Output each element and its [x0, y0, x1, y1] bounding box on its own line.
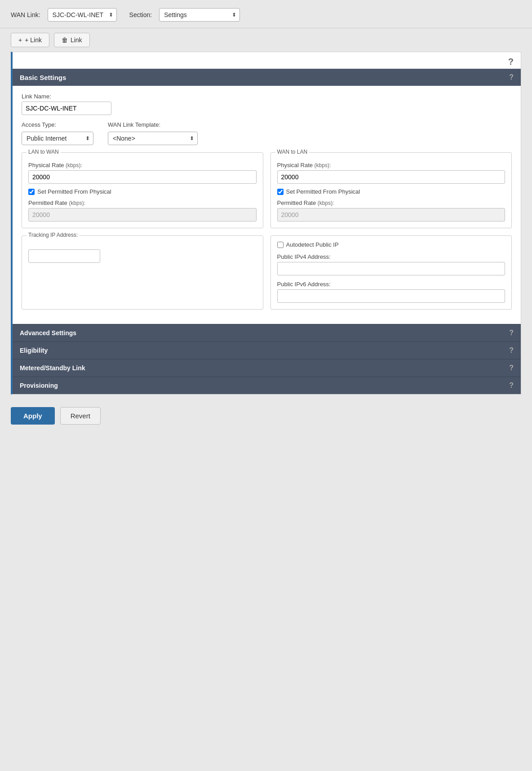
eligibility-help-icon[interactable]: ?	[509, 346, 514, 354]
basic-settings-help-icon[interactable]: ?	[509, 73, 514, 81]
link-name-input[interactable]	[22, 102, 111, 115]
lan-to-wan-box: LAN to WAN Physical Rate (kbps): Set Per…	[22, 152, 263, 228]
basic-settings-form: Link Name: Access Type: Public Internet …	[13, 86, 521, 324]
wan-set-permitted-row: Set Permitted From Physical	[277, 188, 505, 195]
access-type-row: Access Type: Public Internet ⬍ WAN Link …	[22, 121, 512, 145]
section-select[interactable]: Settings	[159, 8, 240, 22]
metered-standby-title: Metered/Standby Link	[20, 364, 85, 372]
lan-permitted-rate-label: Permitted Rate (kbps):	[28, 199, 257, 206]
access-type-select-wrapper: Public Internet ⬍	[22, 132, 93, 145]
public-ipv6-label: Public IPv6 Address:	[277, 281, 505, 288]
advanced-settings-help-icon[interactable]: ?	[509, 329, 514, 337]
wan-permitted-rate-input	[277, 208, 505, 222]
link-name-field: Link Name:	[22, 93, 512, 115]
autodetect-row: Autodetect Public IP	[277, 241, 505, 248]
wan-link-select[interactable]: SJC-DC-WL-INET	[48, 8, 117, 22]
wan-template-col: WAN Link Template: <None> ⬍	[108, 121, 198, 145]
link-name-label: Link Name:	[22, 93, 512, 100]
lan-physical-rate-label: Physical Rate (kbps):	[28, 162, 257, 168]
wan-link-select-wrapper: SJC-DC-WL-INET ⬍	[48, 8, 117, 22]
wan-to-lan-inner: Physical Rate (kbps): Set Permitted From…	[277, 158, 505, 222]
provisioning-header[interactable]: Provisioning ?	[13, 377, 521, 394]
wan-physical-rate-input[interactable]	[277, 170, 505, 184]
wan-set-permitted-checkbox[interactable]	[277, 189, 284, 195]
tracking-ip-inner	[28, 241, 257, 263]
wan-template-select[interactable]: <None>	[108, 132, 198, 145]
access-type-label: Access Type:	[22, 121, 93, 128]
lan-physical-rate-input[interactable]	[28, 170, 257, 184]
basic-settings-header: Basic Settings ?	[13, 69, 521, 86]
plus-icon: +	[18, 36, 22, 44]
revert-button[interactable]: Revert	[60, 407, 101, 425]
public-ipv4-label: Public IPv4 Address:	[277, 253, 505, 260]
public-ip-box: Autodetect Public IP Public IPv4 Address…	[270, 235, 512, 310]
eligibility-header[interactable]: Eligibility ?	[13, 341, 521, 359]
rates-section: LAN to WAN Physical Rate (kbps): Set Per…	[22, 152, 512, 228]
top-help: ?	[13, 52, 521, 69]
lan-to-wan-legend: LAN to WAN	[27, 149, 61, 155]
wan-link-label: WAN Link:	[11, 11, 40, 18]
provisioning-title: Provisioning	[20, 382, 58, 389]
public-ipv6-input[interactable]	[277, 289, 505, 303]
basic-settings-title: Basic Settings	[20, 74, 66, 81]
tracking-public-row: Tracking IP Address: Autodetect Public I…	[22, 235, 512, 310]
public-ipv4-input[interactable]	[277, 262, 505, 275]
wan-permitted-rate-label: Permitted Rate (kbps):	[277, 199, 505, 206]
delete-link-button[interactable]: 🗑 Link	[54, 33, 90, 47]
autodetect-checkbox[interactable]	[277, 242, 284, 248]
eligibility-title: Eligibility	[20, 347, 48, 354]
lan-set-permitted-label: Set Permitted From Physical	[37, 188, 111, 195]
wan-template-label: WAN Link Template:	[108, 121, 198, 128]
provisioning-help-icon[interactable]: ?	[509, 381, 514, 390]
footer-bar: Apply Revert	[0, 399, 532, 433]
lan-to-wan-inner: Physical Rate (kbps): Set Permitted From…	[28, 158, 257, 222]
wan-set-permitted-label: Set Permitted From Physical	[286, 188, 360, 195]
tracking-ip-box: Tracking IP Address:	[22, 235, 263, 310]
add-link-button[interactable]: + + Link	[11, 33, 49, 47]
main-panel: ? Basic Settings ? Link Name: Access Typ…	[11, 52, 521, 394]
wan-template-select-wrapper: <None> ⬍	[108, 132, 198, 145]
access-type-col: Access Type: Public Internet ⬍	[22, 121, 93, 145]
metered-standby-help-icon[interactable]: ?	[509, 364, 514, 372]
advanced-settings-header[interactable]: Advanced Settings ?	[13, 324, 521, 341]
delete-link-label: Link	[71, 36, 82, 44]
lan-set-permitted-row: Set Permitted From Physical	[28, 188, 257, 195]
section-label: Section:	[129, 11, 152, 18]
wan-physical-rate-label: Physical Rate (kbps):	[277, 162, 505, 168]
lan-permitted-rate-input	[28, 208, 257, 222]
section-select-wrapper: Settings ⬍	[159, 8, 240, 22]
lan-set-permitted-checkbox[interactable]	[28, 189, 35, 195]
add-link-label: + Link	[25, 36, 42, 44]
apply-button[interactable]: Apply	[11, 407, 55, 425]
trash-icon: 🗑	[62, 36, 68, 44]
wan-to-lan-box: WAN to LAN Physical Rate (kbps): Set Per…	[270, 152, 512, 228]
metered-standby-header[interactable]: Metered/Standby Link ?	[13, 359, 521, 377]
wan-to-lan-legend: WAN to LAN	[275, 149, 310, 155]
toolbar: + + Link 🗑 Link	[0, 28, 532, 52]
access-type-select[interactable]: Public Internet	[22, 132, 93, 145]
top-bar: WAN Link: SJC-DC-WL-INET ⬍ Section: Sett…	[0, 0, 532, 28]
advanced-settings-title: Advanced Settings	[20, 329, 76, 337]
tracking-ip-input[interactable]	[28, 249, 100, 263]
tracking-ip-label: Tracking IP Address:	[27, 232, 80, 238]
autodetect-label: Autodetect Public IP	[286, 241, 339, 248]
top-help-icon[interactable]: ?	[508, 57, 514, 66]
